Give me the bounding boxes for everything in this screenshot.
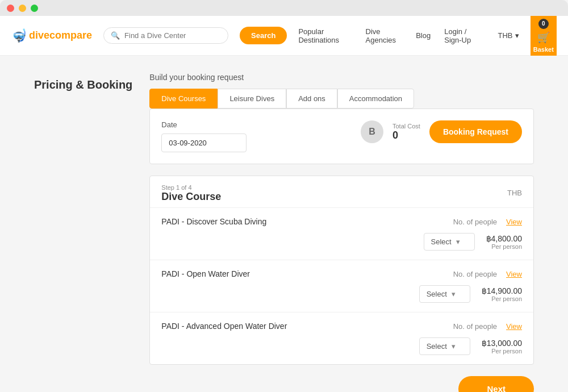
tabs: Dive Courses Leisure Dives Add ons Accom… — [149, 89, 534, 109]
total-label: Total Cost — [392, 123, 420, 130]
course-row: PADI - Open Water Diver No. of people Vi… — [150, 260, 533, 312]
select-label: Select — [427, 342, 447, 351]
course-row: PADI - Discover Scuba Diving No. of peop… — [150, 207, 533, 260]
course-row: PADI - Advanced Open Water Diver No. of … — [150, 312, 533, 364]
course-section-header: Step 1 of 4 Dive Course THB — [150, 176, 533, 207]
nav-popular-destinations[interactable]: Popular Destinations — [298, 27, 352, 44]
nav-login[interactable]: Login / Sign-Up — [444, 27, 484, 44]
price-info: ฿14,900.00 Per person — [482, 286, 522, 302]
select-dropdown[interactable]: Select ▾ — [424, 233, 475, 251]
tab-leisure-dives[interactable]: Leisure Dives — [218, 89, 286, 109]
price-amount: ฿4,800.00 — [486, 234, 523, 243]
chevron-down-icon: ▾ — [452, 290, 456, 298]
price-per: Per person — [482, 348, 522, 355]
next-btn-wrap: Next — [149, 376, 534, 392]
booking-card: Date B Total Cost 0 Booking Request — [149, 109, 534, 164]
logo-icon: 🤿 — [11, 28, 27, 43]
next-button[interactable]: Next — [458, 376, 534, 392]
tab-add-ons[interactable]: Add ons — [286, 89, 337, 109]
content-area: Build your booking request Dive Courses … — [149, 73, 534, 375]
logo[interactable]: 🤿 divecompare — [11, 28, 92, 43]
titlebar — [0, 0, 568, 16]
main-content: Pricing & Booking Build your booking req… — [0, 56, 568, 392]
basket-button[interactable]: 0 🛒 Basket — [531, 16, 557, 56]
course-section: Step 1 of 4 Dive Course THB PADI - Disco… — [149, 176, 534, 365]
course-row-body: Select ▾ ฿14,900.00 Per person — [161, 285, 522, 303]
search-input[interactable] — [124, 31, 210, 40]
chevron-down-icon: ▾ — [452, 342, 456, 351]
minimize-button[interactable] — [19, 5, 26, 12]
price-info: ฿4,800.00 Per person — [486, 234, 523, 250]
course-row-body: Select ▾ ฿4,800.00 Per person — [161, 233, 522, 251]
nav-blog[interactable]: Blog — [416, 31, 431, 40]
select-label: Select — [427, 290, 447, 298]
currency-value: THB — [498, 31, 513, 40]
build-label: Build your booking request — [149, 73, 534, 82]
course-meta: No. of people View — [453, 322, 522, 331]
no-of-people-label: No. of people — [453, 218, 497, 226]
sidebar-title: Pricing & Booking — [34, 73, 132, 375]
select-dropdown[interactable]: Select ▾ — [419, 285, 470, 303]
course-meta: No. of people View — [453, 270, 522, 278]
basket-icon: 🛒 — [537, 31, 550, 44]
course-meta: No. of people View — [453, 218, 522, 226]
booking-request-button[interactable]: Booking Request — [429, 120, 522, 143]
price-per: Per person — [482, 295, 522, 302]
total-icon: B — [361, 120, 383, 143]
course-name: PADI - Discover Scuba Diving — [161, 217, 266, 226]
view-link[interactable]: View — [506, 218, 522, 226]
nav-links: Popular Destinations Dive Agencies Blog … — [298, 27, 519, 44]
total-info: Total Cost 0 — [392, 123, 420, 141]
course-row-header: PADI - Advanced Open Water Diver No. of … — [161, 322, 522, 331]
section-title: Dive Course — [161, 191, 221, 203]
tab-dive-courses[interactable]: Dive Courses — [149, 89, 218, 109]
basket-label: Basket — [533, 46, 554, 53]
chevron-down-icon: ▾ — [515, 31, 519, 40]
search-button[interactable]: Search — [240, 27, 287, 44]
maximize-button[interactable] — [31, 5, 38, 12]
nav-dive-agencies[interactable]: Dive Agencies — [366, 27, 403, 44]
currency-selector[interactable]: THB ▾ — [498, 31, 519, 40]
course-row-header: PADI - Discover Scuba Diving No. of peop… — [161, 217, 522, 226]
date-input[interactable] — [161, 134, 247, 152]
course-name: PADI - Open Water Diver — [161, 269, 250, 278]
no-of-people-label: No. of people — [453, 322, 497, 331]
basket-count: 0 — [538, 19, 549, 29]
section-currency: THB — [507, 184, 522, 197]
header: 🤿 divecompare 🔍 Search Popular Destinati… — [0, 16, 568, 56]
logo-text: divecompare — [29, 30, 92, 41]
select-label: Select — [431, 237, 452, 246]
course-name: PADI - Advanced Open Water Diver — [161, 322, 287, 331]
price-info: ฿13,000.00 Per person — [482, 339, 522, 355]
price-amount: ฿14,900.00 — [482, 286, 522, 295]
price-per: Per person — [486, 243, 523, 250]
course-row-header: PADI - Open Water Diver No. of people Vi… — [161, 269, 522, 278]
chevron-down-icon: ▾ — [456, 237, 460, 246]
search-icon: 🔍 — [111, 31, 120, 40]
close-button[interactable] — [7, 5, 14, 12]
select-dropdown[interactable]: Select ▾ — [419, 337, 470, 355]
step-label: Step 1 of 4 — [161, 184, 221, 191]
search-bar: 🔍 — [103, 27, 228, 44]
no-of-people-label: No. of people — [453, 270, 497, 278]
date-label: Date — [161, 120, 247, 129]
price-amount: ฿13,000.00 — [482, 339, 522, 348]
date-section: Date B Total Cost 0 Booking Request — [161, 120, 522, 152]
total-value: 0 — [392, 130, 420, 141]
view-link[interactable]: View — [506, 270, 522, 278]
course-row-body: Select ▾ ฿13,000.00 Per person — [161, 337, 522, 355]
view-link[interactable]: View — [506, 322, 522, 331]
total-section: B Total Cost 0 Booking Request — [361, 120, 522, 143]
tab-accommodation[interactable]: Accommodation — [337, 89, 414, 109]
